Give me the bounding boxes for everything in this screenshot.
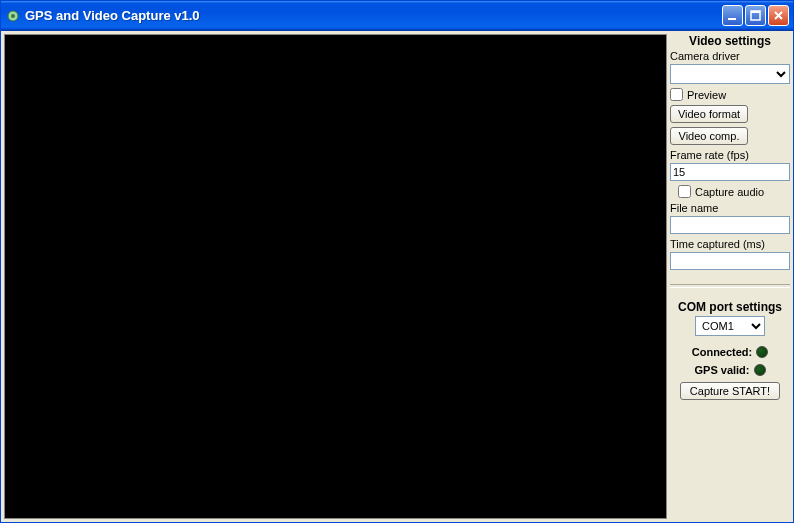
capture-audio-row: Capture audio <box>678 185 790 198</box>
camera-driver-select[interactable] <box>670 64 790 84</box>
connected-led-icon <box>756 346 768 358</box>
capture-audio-checkbox[interactable] <box>678 185 691 198</box>
com-port-row: COM1 <box>670 316 790 336</box>
com-port-title: COM port settings <box>670 300 790 314</box>
titlebar-text: GPS and Video Capture v1.0 <box>25 8 722 23</box>
minimize-button[interactable] <box>722 5 743 26</box>
capture-row: Capture START! <box>670 382 790 400</box>
video-preview-area <box>4 34 667 519</box>
connected-row: Connected: <box>670 346 790 358</box>
file-name-row: File name <box>670 202 790 234</box>
file-name-input[interactable] <box>670 216 790 234</box>
client-area: Video settings Camera driver Preview Vid… <box>1 31 793 522</box>
titlebar: GPS and Video Capture v1.0 <box>1 1 793 31</box>
connected-label: Connected: <box>692 346 753 358</box>
video-format-button[interactable]: Video format <box>670 105 748 123</box>
video-settings-title: Video settings <box>670 34 790 48</box>
com-port-select[interactable]: COM1 <box>695 316 765 336</box>
app-window: GPS and Video Capture v1.0 Video setting… <box>0 0 794 523</box>
file-name-label: File name <box>670 202 790 214</box>
time-captured-label: Time captured (ms) <box>670 238 790 250</box>
maximize-button[interactable] <box>745 5 766 26</box>
preview-checkbox[interactable] <box>670 88 683 101</box>
camera-driver-label: Camera driver <box>670 50 790 62</box>
preview-label: Preview <box>687 89 726 101</box>
app-icon <box>5 8 21 24</box>
time-captured-row: Time captured (ms) <box>670 238 790 270</box>
svg-rect-4 <box>751 11 760 13</box>
capture-start-button[interactable]: Capture START! <box>680 382 780 400</box>
gps-valid-led-icon <box>754 364 766 376</box>
gps-valid-row: GPS valid: <box>670 364 790 376</box>
frame-rate-row: Frame rate (fps) <box>670 149 790 181</box>
svg-rect-2 <box>728 18 736 20</box>
preview-row: Preview <box>670 88 790 101</box>
window-buttons <box>722 5 789 26</box>
gps-valid-label: GPS valid: <box>694 364 749 376</box>
section-divider <box>670 284 790 288</box>
right-panel: Video settings Camera driver Preview Vid… <box>670 34 790 519</box>
com-port-section: COM port settings COM1 Connected: GPS va… <box>670 298 790 400</box>
video-comp-button[interactable]: Video comp. <box>670 127 748 145</box>
camera-driver-row: Camera driver <box>670 50 790 84</box>
frame-rate-input[interactable] <box>670 163 790 181</box>
svg-point-1 <box>11 14 15 18</box>
frame-rate-label: Frame rate (fps) <box>670 149 790 161</box>
capture-audio-label: Capture audio <box>695 186 764 198</box>
video-settings-section: Video settings Camera driver Preview Vid… <box>670 34 790 274</box>
close-button[interactable] <box>768 5 789 26</box>
time-captured-input[interactable] <box>670 252 790 270</box>
